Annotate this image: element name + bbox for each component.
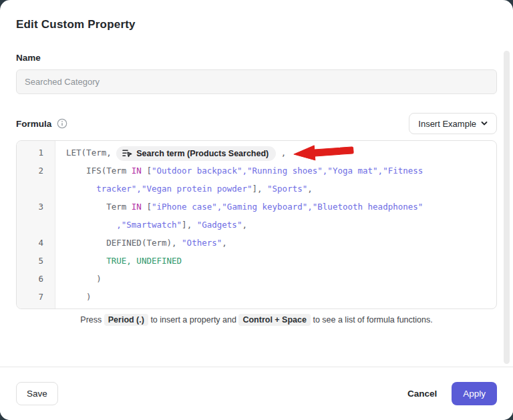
code-segment: "Others" [182,238,222,248]
code-row: 1LET(Term, Search term (Products Searche… [17,144,496,162]
dialog-title: Edit Custom Property [16,18,497,31]
code-segment: , [307,184,313,194]
code-row: 5 TRUE, UNDEFINED [17,252,496,270]
cancel-button[interactable]: Cancel [407,389,437,399]
code-lines: 1LET(Term, Search term (Products Searche… [17,144,496,306]
chevron-down-icon [481,120,488,127]
property-cursor-icon [122,149,132,158]
code-segment: IN [132,166,142,176]
vertical-scrollbar[interactable] [504,51,510,364]
hint-prefix: Press [80,315,104,325]
code-line[interactable]: TRUE, UNDEFINED [55,252,496,270]
hint-text: Press Period (.) to insert a property an… [16,315,497,325]
code-segment: "Outdoor backpack","Running shoes","Yoga… [152,166,423,176]
formula-header-row: Formula Insert Example [16,113,497,134]
code-line[interactable]: tracker","Vegan protein powder"], "Sport… [55,180,496,198]
code-segment: DEFINED(Term), [66,238,182,248]
kbd-control-space: Control + Space [238,314,311,326]
formula-label: Formula [16,119,51,129]
line-number: 6 [17,270,55,288]
property-chip[interactable]: Search term (Products Searched) [116,146,276,161]
name-label: Name [16,53,497,63]
code-row: tracker","Vegan protein powder"], "Sport… [17,180,496,198]
code-row: 2 IFS(Term IN ["Outdoor backpack","Runni… [17,162,496,180]
annotation-arrow-icon [293,141,355,162]
name-input[interactable] [16,69,497,94]
dialog-footer: Save Cancel Apply [0,367,513,420]
code-line[interactable]: IFS(Term IN ["Outdoor backpack","Running… [55,162,496,180]
code-segment: "Gadgets" [197,220,242,230]
code-segment [66,256,106,266]
code-segment: [ [142,166,152,176]
line-number [17,216,55,234]
insert-example-label: Insert Example [418,119,476,129]
code-segment: , [242,220,247,230]
line-number: 5 [17,252,55,270]
formula-editor[interactable]: 1LET(Term, Search term (Products Searche… [16,140,497,309]
dialog-content: Edit Custom Property Name Formula Insert… [0,0,513,366]
code-segment: "Sports" [267,184,307,194]
code-line[interactable]: ) [55,270,496,288]
code-segment: "iPhone case","Gaming keyboard","Bluetoo… [152,202,423,212]
code-row: 4 DEFINED(Term), "Others", [17,234,496,252]
save-button[interactable]: Save [16,382,58,405]
code-segment: LET(Term, [66,148,116,158]
code-segment: ], [252,184,267,194]
code-line[interactable]: ) [55,288,496,306]
code-row: 6 ) [17,270,496,288]
property-chip-label: Search term (Products Searched) [136,148,269,159]
line-number: 7 [17,288,55,306]
hint-middle: to insert a property and [148,315,239,325]
code-line[interactable]: Term IN ["iPhone case","Gaming keyboard"… [55,198,496,216]
code-segment [66,220,116,230]
code-segment: tracker","Vegan protein powder" [96,184,252,194]
code-segment: ,"Smartwatch" [116,220,182,230]
code-line[interactable]: LET(Term, Search term (Products Searched… [55,144,496,162]
line-number: 3 [17,198,55,216]
code-segment: ) [66,274,102,284]
code-row: ,"Smartwatch"], "Gadgets", [17,216,496,234]
code-line[interactable]: DEFINED(Term), "Others", [55,234,496,252]
line-number: 4 [17,234,55,252]
code-line[interactable]: ,"Smartwatch"], "Gadgets", [55,216,496,234]
code-segment: ) [66,292,92,302]
insert-example-button[interactable]: Insert Example [409,113,497,134]
code-row: 7 ) [17,288,496,306]
line-number: 1 [17,144,55,162]
code-segment: [ [142,202,152,212]
edit-custom-property-dialog: Edit Custom Property Name Formula Insert… [0,0,513,420]
code-segment: , [276,148,286,158]
hint-suffix: to see a list of formula functions. [311,315,433,325]
code-segment: Term [66,202,132,212]
kbd-period: Period (.) [104,314,148,326]
code-segment: IN [132,202,142,212]
code-row: 3 Term IN ["iPhone case","Gaming keyboar… [17,198,496,216]
code-segment: , [222,238,227,248]
code-segment: ], [182,220,197,230]
info-icon[interactable] [57,118,67,129]
line-number: 2 [17,162,55,180]
apply-button[interactable]: Apply [452,382,497,405]
code-segment [66,184,96,194]
code-segment: IFS(Term [66,166,132,176]
line-number [17,180,55,198]
code-segment: TRUE, UNDEFINED [106,256,182,266]
